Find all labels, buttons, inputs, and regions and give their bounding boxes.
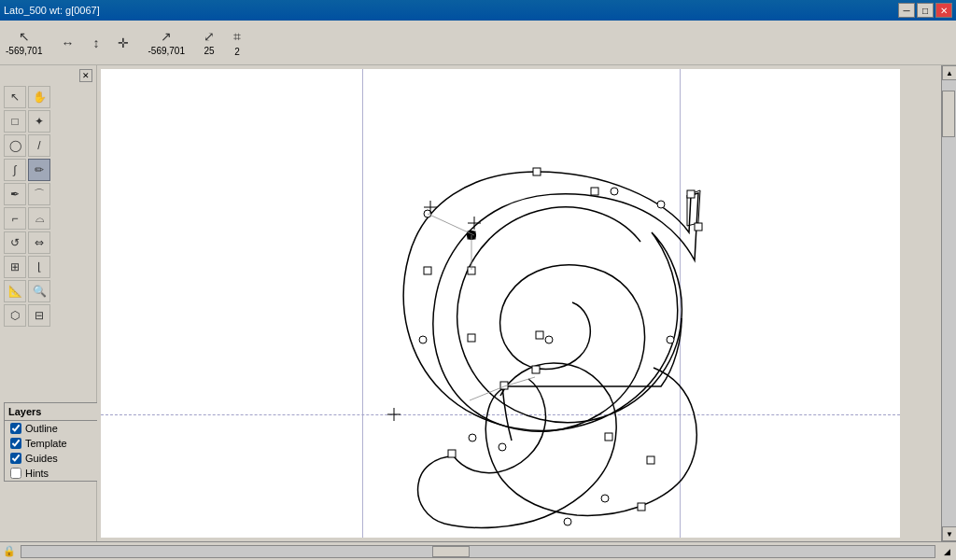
tool-row-10: ⬡ ⊟ [4, 304, 92, 327]
curve-tool[interactable]: ⌒ [28, 183, 50, 205]
maximize-button[interactable]: □ [917, 3, 934, 18]
pen-tool-active[interactable]: ✏ [28, 159, 50, 181]
tool-row-5: ✒ ⌒ [4, 183, 92, 205]
control-point[interactable] [591, 188, 598, 195]
toolbar-arrows2-group: ↕ [92, 35, 99, 50]
flip-tool[interactable]: ⊞ [4, 256, 26, 278]
layer-template-label: Template [25, 438, 67, 449]
resize-grip[interactable]: ◢ [939, 544, 954, 559]
tool-row-8: ⊞ ⌊ [4, 256, 92, 278]
layer-outline-checkbox[interactable] [10, 423, 21, 434]
toolbox-header: ✕ [4, 69, 92, 82]
tangent-tool[interactable]: ⌓ [28, 207, 50, 230]
hand-tool[interactable]: ✋ [28, 86, 50, 108]
horizontal-scrollbar[interactable] [21, 545, 935, 558]
line-tool[interactable]: / [28, 134, 50, 157]
control-point[interactable] [532, 366, 540, 373]
scroll-down-button[interactable]: ▼ [942, 526, 956, 541]
off-curve-point[interactable] [564, 518, 571, 525]
ellipse-tool[interactable]: ◯ [4, 134, 26, 157]
off-curve-point[interactable] [469, 434, 476, 441]
control-point[interactable] [533, 168, 541, 175]
handle-line [470, 386, 504, 400]
tool-row-3: ◯ / [4, 134, 92, 157]
scale-tool[interactable]: ⇔ [28, 231, 50, 254]
off-curve-point[interactable] [545, 336, 553, 343]
toolbox: ✕ ↖ ✋ □ ✦ ◯ / ∫ ✏ ✒ ⌒ ⌐ ⌓ ↺ ⇔ [0, 65, 97, 541]
align-tool[interactable]: ⌊ [28, 256, 50, 278]
control-point[interactable] [448, 450, 456, 457]
tool-row-1: ↖ ✋ [4, 86, 92, 108]
toolbar: ↖ -569,701 ↔ ↕ ✛ ↗ -569,701 ⤢ 25 ⌗ 2 [0, 21, 956, 65]
polygon-tool[interactable]: ⬡ [4, 304, 26, 327]
spiro-tool[interactable]: ∫ [4, 159, 26, 181]
rotate-tool[interactable]: ↺ [4, 231, 26, 254]
tool-row-7: ↺ ⇔ [4, 231, 92, 254]
layer-hints-checkbox[interactable] [10, 468, 21, 479]
window-controls: ─ □ ✕ [898, 3, 952, 18]
off-curve-point[interactable] [657, 201, 665, 208]
toolbar-coord3-group: ⤢ 25 [204, 29, 215, 56]
control-point[interactable] [647, 456, 654, 464]
scroll-thumb[interactable] [942, 91, 955, 137]
hscroll-thumb[interactable] [432, 546, 470, 557]
canvas-area[interactable] [97, 65, 941, 541]
layer-guides-checkbox[interactable] [10, 453, 21, 464]
scroll-track[interactable] [942, 80, 956, 526]
coord-3: 25 [204, 46, 214, 56]
close-button[interactable]: ✕ [935, 3, 952, 18]
measure-tool[interactable]: 📐 [4, 280, 26, 302]
star-tool[interactable]: ✦ [28, 110, 50, 133]
rect-tool[interactable]: □ [4, 110, 26, 133]
toolbox-close-button[interactable]: ✕ [79, 69, 92, 82]
right-scrollbar[interactable]: ▲ ▼ [941, 65, 956, 541]
off-curve-point[interactable] [601, 495, 609, 502]
toolbar-arrows-group: ↔ [61, 35, 74, 50]
off-curve-point[interactable] [419, 336, 427, 343]
layer-outline-label: Outline [25, 423, 58, 434]
main-layout: ✕ ↖ ✋ □ ✦ ◯ / ∫ ✏ ✒ ⌒ ⌐ ⌓ ↺ ⇔ [0, 65, 956, 541]
toolbar-arrows3-group: ✛ [118, 35, 129, 50]
off-curve-point[interactable] [667, 336, 674, 343]
handle-line [428, 214, 474, 235]
corner-tool[interactable]: ⌐ [4, 207, 26, 230]
off-curve-point[interactable] [611, 188, 618, 195]
freehand-tool[interactable]: ✒ [4, 183, 26, 205]
crosshair [387, 408, 401, 421]
minimize-button[interactable]: ─ [898, 3, 915, 18]
lock-icon[interactable]: 🔒 [2, 544, 17, 559]
layer-template-checkbox[interactable] [10, 438, 21, 449]
titlebar: Lato_500 wt: g[0067] ─ □ ✕ [0, 0, 956, 21]
control-point[interactable] [687, 190, 695, 198]
tool-row-6: ⌐ ⌓ [4, 207, 92, 230]
grid-tool[interactable]: ⊟ [28, 304, 50, 327]
coord-4: 2 [234, 47, 240, 57]
off-curve-point[interactable] [499, 443, 506, 451]
control-point[interactable] [605, 433, 612, 441]
toolbar-coord2-group: ↗ -569,701 [148, 29, 184, 56]
glyph-canvas[interactable] [101, 69, 900, 538]
scroll-up-button[interactable]: ▲ [942, 65, 956, 80]
layer-hints-label: Hints [25, 468, 49, 479]
title-text: Lato_500 wt: g[0067] [4, 5, 100, 16]
layer-guides-label: Guides [25, 453, 58, 464]
layers-title: Layers [8, 406, 41, 417]
control-point[interactable] [638, 503, 645, 511]
crosshair-mid [468, 217, 481, 230]
tool-row-4: ∫ ✏ [4, 159, 92, 181]
handle-line [504, 377, 535, 386]
control-point[interactable] [468, 334, 475, 342]
coord-xy1: -569,701 [6, 46, 42, 56]
toolbar-coord4-group: ⌗ 2 [233, 29, 241, 57]
toolbar-select-group: ↖ -569,701 [6, 29, 42, 56]
tool-row-9: 📐 🔍 [4, 280, 92, 302]
control-point[interactable] [536, 331, 543, 339]
statusbar: 🔒 ◢ [0, 541, 956, 560]
tool-row-2: □ ✦ [4, 110, 92, 133]
zoom-tool[interactable]: 🔍 [28, 280, 50, 302]
canvas-inner [101, 69, 900, 538]
control-point[interactable] [424, 267, 431, 274]
select-tool[interactable]: ↖ [4, 86, 26, 108]
control-point[interactable] [695, 223, 702, 231]
coord-xy2: -569,701 [148, 46, 184, 56]
